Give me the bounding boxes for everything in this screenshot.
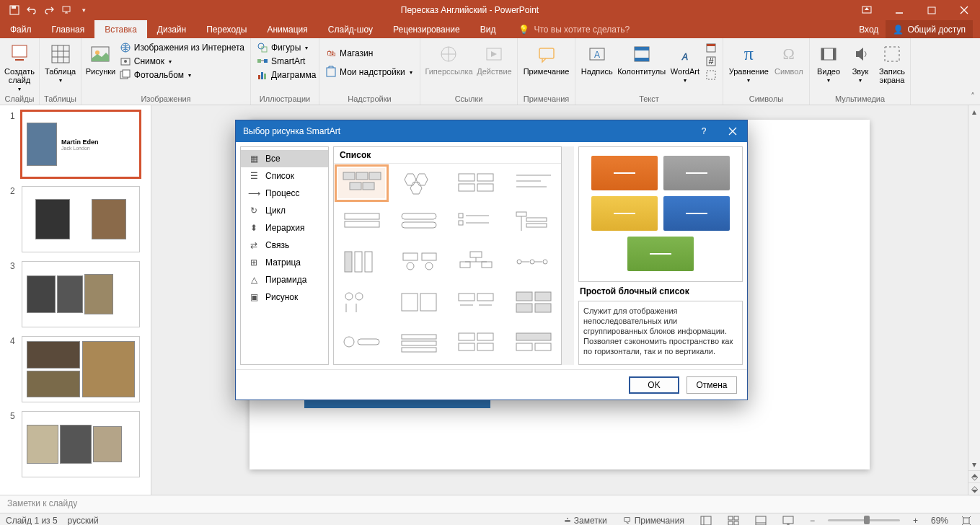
- layout-a[interactable]: [338, 288, 385, 318]
- fit-icon[interactable]: [958, 516, 974, 526]
- tab-slideshow[interactable]: Слайд-шоу: [318, 20, 383, 38]
- layout-2col[interactable]: [453, 168, 500, 198]
- signin-link[interactable]: Вход: [859, 25, 878, 35]
- layout-lines[interactable]: [510, 168, 557, 198]
- comment-button[interactable]: Примечание: [522, 41, 570, 77]
- notes-pane[interactable]: Заметки к слайду: [0, 495, 980, 513]
- layout-f[interactable]: [395, 327, 442, 358]
- ribbon-opts-icon[interactable]: [850, 0, 883, 20]
- maximize-icon[interactable]: [915, 0, 948, 20]
- redo-icon[interactable]: [43, 4, 55, 16]
- record-button[interactable]: Запись экрана: [878, 41, 906, 86]
- start-icon[interactable]: [61, 4, 72, 16]
- header-button[interactable]: Колонтитулы: [617, 41, 666, 77]
- thumbnail-slide-3[interactable]: [22, 261, 140, 327]
- chart-button[interactable]: Диаграмма: [255, 69, 317, 81]
- layouts-scrollbar[interactable]: [562, 146, 574, 365]
- ok-button[interactable]: OK: [629, 376, 679, 394]
- layout-tl[interactable]: [510, 247, 557, 278]
- notes-toggle[interactable]: ≐Заметки: [561, 516, 610, 526]
- comments-toggle[interactable]: 🗨Примечания: [620, 516, 687, 526]
- minimize-icon[interactable]: [883, 0, 915, 20]
- thumbnail-slide-1[interactable]: Martin EdenJack London: [22, 111, 140, 177]
- view-reading-icon[interactable]: [752, 516, 769, 526]
- zoom-level[interactable]: 69%: [931, 516, 948, 526]
- pictures-button[interactable]: Рисунки: [86, 41, 115, 77]
- object-button[interactable]: [704, 69, 718, 81]
- vertical-scrollbar[interactable]: ▴ ▾ ⬘ ⬙: [968, 105, 980, 495]
- category-relationship[interactable]: ⇄Связь: [241, 237, 328, 254]
- zoom-slider[interactable]: [828, 519, 900, 521]
- cancel-button[interactable]: Отмена: [687, 376, 737, 394]
- collapse-ribbon-icon[interactable]: ˄: [966, 38, 980, 105]
- thumbnail-pane[interactable]: 1 Martin EdenJack London 2 3 4 5: [0, 105, 151, 495]
- layout-org[interactable]: [453, 247, 500, 278]
- layout-vtabs[interactable]: [338, 247, 385, 278]
- layout-hex[interactable]: [395, 168, 442, 198]
- qat-more-icon[interactable]: ▾: [78, 4, 89, 16]
- layout-h[interactable]: [510, 327, 557, 358]
- screenshot-button[interactable]: Снимок▾: [118, 55, 246, 68]
- tell-me[interactable]: Что вы хотите сделать?: [534, 25, 630, 35]
- category-process[interactable]: ⟶Процесс: [241, 185, 328, 202]
- view-slideshow-icon[interactable]: [780, 516, 797, 526]
- tab-design[interactable]: Дизайн: [147, 20, 196, 38]
- layout-g[interactable]: [453, 327, 500, 358]
- thumbnail-slide-2[interactable]: [22, 186, 140, 252]
- tab-home[interactable]: Главная: [42, 20, 95, 38]
- layout-rows[interactable]: [338, 208, 385, 238]
- category-all[interactable]: ▦Все: [241, 150, 328, 167]
- layout-e[interactable]: [338, 327, 385, 358]
- category-list[interactable]: ☰Список: [241, 167, 328, 185]
- wordart-button[interactable]: AWordArt▾: [669, 41, 701, 85]
- category-pyramid[interactable]: △Пирамида: [241, 271, 328, 288]
- audio-button[interactable]: Звук▾: [846, 41, 875, 85]
- category-matrix[interactable]: ⊞Матрица: [241, 254, 328, 271]
- thumbnail-slide-5[interactable]: [22, 411, 140, 477]
- new-slide-button[interactable]: Создать слайд▾: [4, 41, 35, 94]
- date-button[interactable]: [704, 41, 718, 54]
- scroll-down-icon[interactable]: ▾: [968, 458, 980, 470]
- status-lang[interactable]: русский: [68, 516, 99, 526]
- share-button[interactable]: 👤 Общий доступ: [886, 20, 973, 38]
- layout-basic-block[interactable]: [338, 168, 385, 198]
- online-images-button[interactable]: Изображения из Интернета: [118, 41, 246, 54]
- album-button[interactable]: Фотоальбом▾: [118, 69, 246, 81]
- zoom-out-icon[interactable]: −: [807, 516, 818, 526]
- dialog-help-icon[interactable]: ?: [689, 120, 718, 142]
- layout-c[interactable]: [453, 288, 500, 318]
- smartart-button[interactable]: SmartArt: [255, 55, 317, 68]
- layout-bubbled[interactable]: [395, 247, 442, 278]
- zoom-in-icon[interactable]: +: [910, 516, 921, 526]
- layout-tree[interactable]: [510, 208, 557, 238]
- view-normal-icon[interactable]: [697, 516, 715, 526]
- tab-view[interactable]: Вид: [470, 20, 506, 38]
- save-icon[interactable]: [9, 4, 20, 16]
- scroll-up-icon[interactable]: ▴: [968, 105, 980, 118]
- textbox-button[interactable]: AНадпись: [580, 41, 614, 77]
- tab-review[interactable]: Рецензирование: [383, 20, 470, 38]
- close-icon[interactable]: [948, 0, 980, 20]
- category-hierarchy[interactable]: ⬍Иерархия: [241, 219, 328, 237]
- store-button[interactable]: 🛍Магазин: [324, 47, 414, 60]
- tab-file[interactable]: Файл: [0, 20, 42, 38]
- tab-transitions[interactable]: Переходы: [196, 20, 257, 38]
- slidenum-button[interactable]: #: [704, 55, 718, 68]
- layout-b[interactable]: [395, 288, 442, 318]
- undo-icon[interactable]: [26, 4, 37, 16]
- view-sorter-icon[interactable]: [725, 516, 742, 526]
- equation-button[interactable]: πУравнение▾: [728, 41, 770, 85]
- layout-checklist[interactable]: [453, 208, 500, 238]
- shapes-button[interactable]: Фигуры▾: [255, 41, 317, 54]
- myaddins-button[interactable]: Мои надстройки▾: [324, 66, 414, 79]
- tab-animations[interactable]: Анимация: [257, 20, 317, 38]
- layout-pill[interactable]: [395, 208, 442, 238]
- next-slide-icon[interactable]: ⬙: [968, 482, 980, 495]
- category-cycle[interactable]: ↻Цикл: [241, 202, 328, 219]
- dialog-close-icon[interactable]: [718, 120, 747, 142]
- thumbnail-slide-4[interactable]: [22, 336, 140, 402]
- layout-d[interactable]: [510, 288, 557, 318]
- category-picture[interactable]: ▣Рисунок: [241, 288, 328, 306]
- prev-slide-icon[interactable]: ⬘: [968, 470, 980, 482]
- video-button[interactable]: Видео▾: [814, 41, 843, 85]
